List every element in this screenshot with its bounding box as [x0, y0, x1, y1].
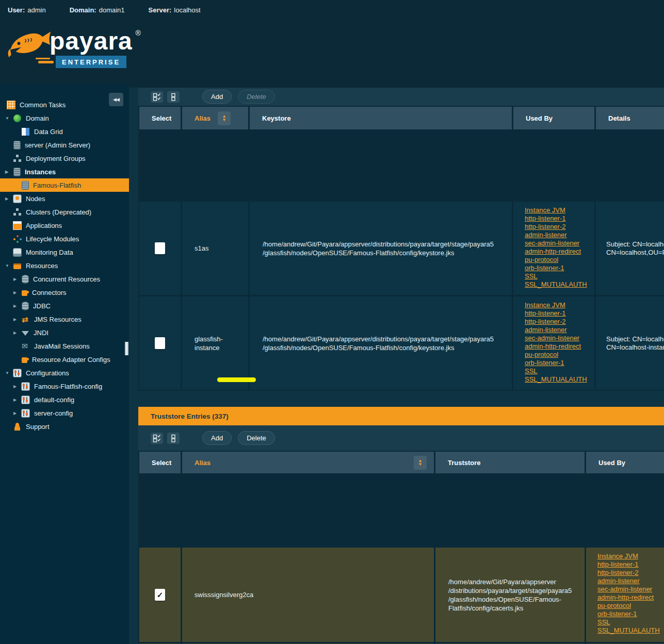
sidebar-item-label: server-config	[34, 409, 73, 417]
sidebar-item-domain[interactable]: ▼Domain	[0, 111, 129, 125]
alias-text: swisssignsilverg2ca	[195, 590, 253, 599]
sidebar-item-jndi[interactable]: ▶JNDI	[0, 326, 129, 339]
truststore-delete-button[interactable]: Delete	[238, 431, 275, 445]
used-by-cell: Instance JVMhttp-listener-1http-listener…	[513, 202, 594, 295]
used-by-link[interactable]: SSL_MUTUALAUTH	[597, 626, 660, 635]
chevron-down-icon[interactable]: ▼	[5, 116, 13, 121]
sidebar-item-lifecycle-modules[interactable]: Lifecycle Modules	[0, 232, 129, 245]
used-by-link[interactable]: admin-http-redirect	[597, 593, 654, 602]
keystore-add-button[interactable]: Add	[202, 90, 232, 104]
sidebar-item-resources[interactable]: ▼Resources	[0, 259, 129, 272]
sidebar-item-label: Deployment Groups	[26, 155, 86, 162]
column-header-used-by: Used By	[513, 107, 594, 129]
truststore-add-button[interactable]: Add	[202, 431, 232, 445]
chevron-right-icon[interactable]: ▶	[5, 196, 13, 201]
used-by-link[interactable]: SSL	[525, 272, 538, 280]
used-by-link[interactable]: Instance JVM	[525, 301, 565, 309]
used-by-link[interactable]: sec-admin-listener	[597, 585, 652, 593]
sidebar-item-label: Support	[26, 423, 50, 431]
select-all-button[interactable]	[151, 433, 163, 444]
used-by-link[interactable]: admin-listener	[525, 231, 567, 239]
alias-sort-button[interactable]: ▲▼	[218, 111, 231, 125]
sidebar-item-javamail-sessions[interactable]: JavaMail Sessions	[0, 339, 129, 353]
sidebar-item-label: Instances	[25, 168, 56, 176]
used-by-link[interactable]: admin-http-redirect	[525, 342, 581, 351]
chevron-right-icon[interactable]: ▶	[5, 170, 13, 174]
chevron-down-icon[interactable]: ▼	[5, 371, 13, 375]
used-by-link[interactable]: SSL	[597, 618, 610, 626]
used-by-link[interactable]: Instance JVM	[597, 552, 638, 560]
used-by-link[interactable]: http-listener-2	[597, 569, 638, 577]
sidebar-item-connectors[interactable]: ▶Connectors	[0, 286, 129, 299]
common-tasks-icon	[7, 101, 15, 109]
chevron-right-icon[interactable]: ▶	[13, 331, 22, 335]
used-by-link[interactable]: http-listener-1	[525, 214, 565, 223]
chevron-right-icon[interactable]: ▶	[13, 411, 22, 416]
used-by-link[interactable]: orb-listener-1	[525, 264, 564, 272]
sidebar-item-clusters-deprecated[interactable]: Clusters (Deprecated)	[0, 205, 129, 219]
row-checkbox[interactable]	[155, 242, 165, 254]
row-checkbox[interactable]	[155, 337, 165, 349]
sidebar-item-configurations[interactable]: ▼Configurations	[0, 366, 129, 379]
used-by-link[interactable]: pu-protocol	[597, 602, 631, 610]
used-by-cell: Instance JVMhttp-listener-1http-listener…	[586, 548, 664, 642]
used-by-link[interactable]: SSL_MUTUALAUTH	[525, 375, 587, 384]
sidebar-item-famous-flatfish[interactable]: Famous-Flatfish	[0, 178, 129, 192]
keystore-delete-button[interactable]: Delete	[238, 90, 275, 104]
used-by-link[interactable]: admin-http-redirect	[525, 247, 581, 256]
sidebar-item-label: Applications	[26, 222, 62, 229]
config-icon	[22, 409, 29, 417]
deselect-all-button[interactable]	[167, 433, 180, 444]
used-by-link[interactable]: pu-protocol	[525, 351, 558, 359]
used-by-link[interactable]: http-listener-1	[597, 560, 638, 569]
used-by-link[interactable]: pu-protocol	[525, 256, 558, 264]
chevron-right-icon[interactable]: ▶	[13, 304, 22, 308]
used-by-link[interactable]: sec-admin-listener	[525, 239, 579, 247]
alias-sort-button[interactable]: ▲▼	[414, 456, 427, 470]
used-by-link[interactable]: sec-admin-listener	[525, 334, 579, 342]
sidebar-scrollbar-thumb[interactable]	[125, 342, 128, 355]
used-by-link[interactable]: admin-listener	[597, 577, 640, 585]
chevron-right-icon[interactable]: ▶	[13, 277, 22, 282]
chevron-right-icon[interactable]: ▶	[13, 290, 22, 295]
used-by-link[interactable]: SSL	[525, 367, 538, 375]
sidebar-item-server-admin-server[interactable]: server (Admin Server)	[0, 138, 129, 152]
chevron-right-icon[interactable]: ▶	[13, 384, 22, 389]
chevron-right-icon[interactable]: ▶	[13, 317, 22, 322]
sidebar-item-applications[interactable]: Applications	[0, 219, 129, 232]
configurations-icon	[13, 369, 21, 377]
used-by-link[interactable]: admin-listener	[525, 326, 567, 334]
used-by-link[interactable]: orb-listener-1	[525, 359, 564, 367]
sidebar-item-data-grid[interactable]: Data Grid	[0, 125, 129, 138]
used-by-link[interactable]: http-listener-1	[525, 309, 565, 318]
used-by-link[interactable]: SSL_MUTUALAUTH	[525, 280, 587, 289]
chevron-down-icon[interactable]: ▼	[5, 263, 13, 268]
deselect-all-button[interactable]	[167, 91, 180, 103]
sidebar-item-deployment-groups[interactable]: Deployment Groups	[0, 152, 129, 165]
used-by-link[interactable]: orb-listener-1	[597, 610, 637, 618]
sidebar-item-label: Resource Adapter Configs	[32, 356, 110, 364]
column-header-alias[interactable]: Alias ▲▼	[182, 107, 248, 129]
used-by-link[interactable]: Instance JVM	[525, 206, 565, 214]
sidebar-item-instances[interactable]: ▶Instances	[0, 165, 129, 178]
row-checkbox[interactable]: ✓	[155, 589, 165, 601]
sidebar-item-monitoring-data[interactable]: Monitoring Data	[0, 245, 129, 259]
sidebar-item-common-tasks[interactable]: Common Tasks	[0, 98, 129, 111]
select-all-button[interactable]	[151, 91, 163, 103]
clusters-icon	[13, 208, 21, 216]
used-by-link[interactable]: http-listener-2	[525, 223, 565, 231]
sidebar-item-default-config[interactable]: ▶default-config	[0, 393, 129, 406]
sidebar-item-jdbc[interactable]: ▶JDBC	[0, 299, 129, 312]
sidebar-item-resource-adapter-configs[interactable]: Resource Adapter Configs	[0, 353, 129, 366]
sidebar-item-nodes[interactable]: ▶Nodes	[0, 192, 129, 205]
chevron-right-icon[interactable]: ▶	[13, 398, 22, 402]
column-header-alias[interactable]: Alias ▲▼	[182, 452, 434, 473]
sidebar-item-support[interactable]: Support	[0, 420, 129, 433]
session-domain: Domain:domain1	[70, 6, 125, 14]
sidebar-item-famous-flatfish-config[interactable]: ▶Famous-Flatfish-config	[0, 379, 129, 393]
sidebar-item-jms-resources[interactable]: ▶JMS Resources	[0, 312, 129, 326]
domain-icon	[13, 114, 21, 122]
sidebar-item-concurrent-resources[interactable]: ▶Concurrent Resources	[0, 272, 129, 286]
sidebar-item-server-config[interactable]: ▶server-config	[0, 406, 129, 420]
used-by-link[interactable]: http-listener-2	[525, 318, 565, 326]
